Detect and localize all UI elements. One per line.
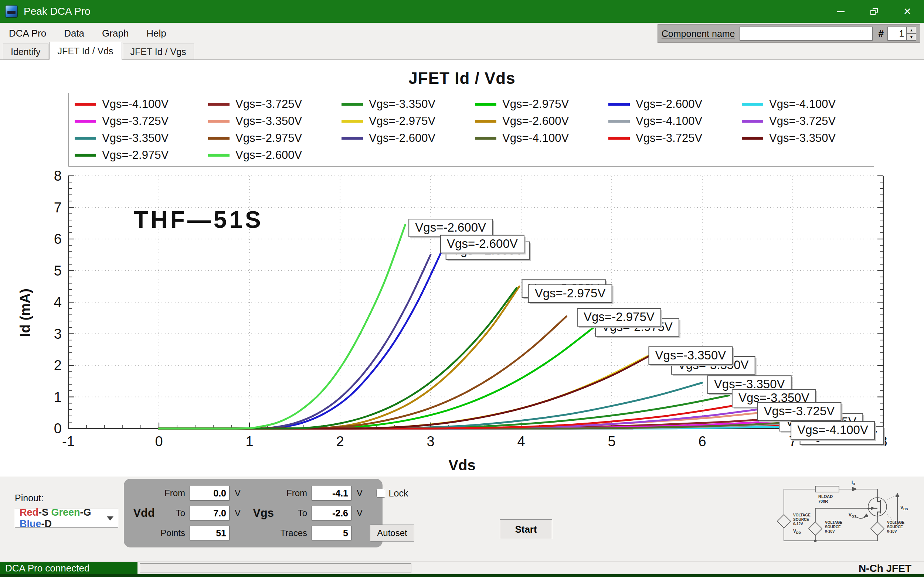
legend-swatch bbox=[742, 103, 763, 106]
restore-button[interactable] bbox=[858, 0, 891, 23]
y-tick-label: 4 bbox=[54, 294, 62, 310]
y-tick-label: 1 bbox=[54, 389, 62, 405]
curve-label-text: Vgs=-2.600V bbox=[415, 221, 486, 234]
component-name-label: Component name bbox=[662, 29, 735, 39]
vgs-label: Vgs bbox=[248, 506, 275, 520]
chart-title: JFET Id / Vds bbox=[0, 60, 924, 93]
trace-vgs-2.975v bbox=[159, 288, 517, 429]
legend-label: Vgs=-4.100V bbox=[769, 98, 836, 111]
legend-label: Vgs=-2.975V bbox=[236, 132, 302, 145]
svg-text:VOLTAGE: VOLTAGE bbox=[887, 521, 905, 525]
vgs-to-label: To bbox=[278, 508, 309, 518]
legend-item: Vgs=-3.725V bbox=[204, 97, 338, 111]
start-button[interactable]: Start bbox=[500, 519, 552, 539]
tab-identify[interactable]: Identify bbox=[3, 44, 48, 60]
menu-help[interactable]: Help bbox=[137, 23, 175, 44]
rload-value: 700R bbox=[818, 499, 828, 503]
legend-label: Vgs=-2.975V bbox=[502, 98, 569, 111]
x-axis-label: Vds bbox=[0, 457, 924, 474]
legend-label: Vgs=-2.600V bbox=[636, 98, 702, 111]
close-button[interactable]: ✕ bbox=[891, 0, 924, 23]
legend-swatch bbox=[742, 120, 763, 122]
legend-item: Vgs=-4.100V bbox=[471, 131, 605, 145]
vdd-to-label: To bbox=[158, 508, 187, 518]
vgs-to-input[interactable] bbox=[312, 506, 352, 521]
legend-label: Vgs=-2.975V bbox=[369, 114, 435, 128]
tab-jfet-id-vds[interactable]: JFET Id / Vds bbox=[49, 42, 122, 60]
pinout-value-part: Blue bbox=[19, 518, 41, 529]
component-number-hash: # bbox=[879, 28, 884, 40]
component-number-input[interactable] bbox=[887, 27, 907, 40]
legend-item: Vgs=-3.350V bbox=[338, 97, 471, 111]
y-tick-label: 7 bbox=[54, 200, 62, 215]
svg-text:SOURCE: SOURCE bbox=[825, 525, 841, 529]
vgs-from-unit: V bbox=[355, 488, 368, 498]
y-tick-label: 5 bbox=[54, 263, 62, 279]
legend-label: Vgs=-4.100V bbox=[636, 114, 702, 128]
x-tick-label: 4 bbox=[517, 434, 525, 449]
pinout-value-part: Red bbox=[19, 507, 39, 518]
curve-label-text: Vgs=-2.600V bbox=[447, 237, 518, 250]
vgs-to-unit: V bbox=[355, 508, 368, 518]
component-number-up-button[interactable]: ▲ bbox=[907, 27, 916, 34]
x-tick-label: 5 bbox=[607, 434, 615, 449]
legend-swatch bbox=[341, 120, 363, 122]
svg-text:ID: ID bbox=[851, 480, 855, 486]
connection-status-badge: DCA Pro connected bbox=[0, 562, 137, 574]
curve-label-text: Vgs=-3.350V bbox=[714, 377, 785, 391]
legend-item: Vgs=-2.600V bbox=[338, 131, 471, 145]
minimize-icon bbox=[837, 11, 845, 12]
curve-label: Vgs=-4.100V bbox=[791, 421, 876, 441]
svg-text:VGS: VGS bbox=[849, 513, 856, 518]
chevron-down-icon bbox=[107, 516, 113, 521]
pinout-value-part: -D bbox=[41, 518, 52, 529]
traces-label: Traces bbox=[278, 528, 309, 538]
component-number-down-button[interactable]: ▼ bbox=[907, 34, 916, 40]
vdd-from-input[interactable] bbox=[190, 486, 229, 501]
trace-vgs-3.350v bbox=[159, 354, 653, 429]
controls-bar: Pinout: Red-S Green-G Blue-D From V From… bbox=[0, 477, 924, 561]
legend-item: Vgs=-2.600V bbox=[204, 148, 338, 163]
legend-swatch bbox=[608, 103, 630, 106]
menu-graph[interactable]: Graph bbox=[93, 23, 137, 44]
legend-item: Vgs=-4.100V bbox=[71, 97, 204, 111]
svg-text:VOLTAGE: VOLTAGE bbox=[793, 513, 811, 517]
y-tick-label: 3 bbox=[54, 326, 62, 342]
legend-item: Vgs=-2.975V bbox=[204, 131, 338, 145]
vgs-from-input[interactable] bbox=[312, 486, 352, 501]
app-icon bbox=[5, 5, 18, 18]
pinout-select[interactable]: Red-S Green-G Blue-D bbox=[15, 509, 118, 528]
curve-label-text: Vgs=-4.100V bbox=[797, 423, 868, 437]
legend-label: Vgs=-3.350V bbox=[102, 132, 168, 145]
progress-track bbox=[140, 563, 411, 573]
curve-label-text: Vgs=-2.975V bbox=[535, 286, 606, 300]
vdd-to-input[interactable] bbox=[190, 506, 229, 521]
curve-label: Vgs=-2.975V bbox=[577, 308, 662, 328]
legend-swatch bbox=[75, 120, 96, 122]
svg-text:SOURCE: SOURCE bbox=[793, 517, 809, 522]
legend-swatch bbox=[75, 103, 96, 106]
traces-input[interactable] bbox=[312, 525, 352, 540]
component-name-input[interactable] bbox=[740, 27, 872, 40]
legend-swatch bbox=[475, 137, 496, 140]
close-icon: ✕ bbox=[903, 6, 911, 17]
legend-item: Vgs=-2.975V bbox=[71, 148, 204, 163]
legend-label: Vgs=-4.100V bbox=[102, 98, 168, 111]
minimize-button[interactable] bbox=[824, 0, 858, 23]
menu-data[interactable]: Data bbox=[55, 23, 93, 44]
lock-checkbox[interactable] bbox=[376, 489, 385, 498]
y-axis-label: Id (mA) bbox=[17, 265, 33, 361]
autoset-button[interactable]: Autoset bbox=[370, 525, 414, 542]
restore-icon bbox=[871, 8, 878, 15]
legend-swatch bbox=[341, 137, 363, 140]
tab-jfet-id-vgs[interactable]: JFET Id / Vgs bbox=[123, 44, 194, 60]
legend-item: Vgs=-3.350V bbox=[204, 114, 338, 129]
legend-label: Vgs=-3.350V bbox=[236, 114, 302, 128]
pinout-label: Pinout: bbox=[15, 493, 118, 503]
device-type-status: N-Ch JFET bbox=[859, 562, 911, 574]
menu-dca-pro[interactable]: DCA Pro bbox=[0, 23, 55, 44]
vdd-label: Vdd bbox=[131, 506, 156, 520]
points-input[interactable] bbox=[190, 525, 229, 540]
x-tick-label: 6 bbox=[698, 434, 706, 449]
svg-text:0-10V: 0-10V bbox=[887, 529, 897, 533]
